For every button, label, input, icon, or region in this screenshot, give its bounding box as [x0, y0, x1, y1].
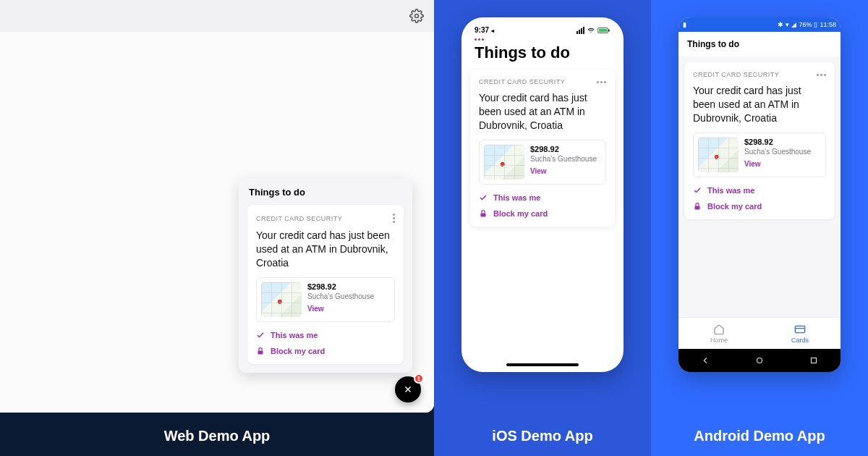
transaction-row: $298.92 Sucha's Guesthouse View	[693, 132, 826, 177]
block-label: Block my card	[707, 202, 762, 211]
recent-icon[interactable]	[809, 355, 819, 366]
tab-cards-label: Cards	[791, 337, 809, 344]
security-alert-card: CREDIT CARD SECURITY Your credit card ha…	[470, 69, 615, 227]
android-status-bar: ▮ ✱ ▾ ◢ 76% ▯ 11:58	[678, 17, 841, 32]
things-to-do-panel: Things to do CREDIT CARD SECURITY Your c…	[239, 178, 412, 373]
block-label: Block my card	[271, 347, 325, 355]
web-column: Things to do CREDIT CARD SECURITY Your c…	[0, 0, 434, 456]
android-column: ▮ ✱ ▾ ◢ 76% ▯ 11:58 Things to do CREDIT …	[651, 0, 868, 456]
battery-pct: 76%	[799, 21, 812, 28]
svg-rect-1	[258, 351, 263, 355]
ios-column: 9:37 ◂ Things to do CREDIT CARD SECURITY…	[434, 0, 651, 456]
confirm-label: This was me	[271, 331, 318, 339]
web-browser-window: Things to do CREDIT CARD SECURITY Your c…	[0, 0, 434, 413]
android-bottom-nav: Home Cards	[678, 317, 841, 349]
transaction-row: $298.92 Sucha's Guesthouse View	[479, 140, 606, 185]
wifi-icon	[587, 27, 595, 34]
lock-icon	[479, 209, 488, 218]
android-frame: ▮ ✱ ▾ ◢ 76% ▯ 11:58 Things to do CREDIT …	[678, 17, 841, 372]
svg-rect-6	[608, 29, 609, 31]
alert-headline: Your credit card has just been used at a…	[479, 91, 606, 132]
signal-icon: ◢	[791, 21, 796, 28]
chat-fab[interactable]: 1	[395, 376, 421, 402]
transaction-row: $298.92 Sucha's Guesthouse View	[256, 277, 395, 322]
more-icon[interactable]	[597, 81, 606, 83]
check-icon	[256, 331, 265, 339]
check-icon	[693, 186, 702, 195]
security-alert-card: CREDIT CARD SECURITY Your credit card ha…	[247, 205, 404, 364]
svg-rect-8	[695, 206, 700, 209]
wifi-icon: ▾	[786, 21, 789, 28]
card-kicker: CREDIT CARD SECURITY	[693, 71, 779, 78]
alert-headline: Your credit card has just been used at a…	[256, 229, 395, 270]
ios-page-title: Things to do	[469, 41, 616, 69]
confirm-action[interactable]: This was me	[256, 331, 395, 339]
web-topbar	[0, 0, 434, 32]
transaction-amount: $298.92	[307, 282, 374, 291]
alert-headline: Your credit card has just been used at a…	[693, 84, 826, 125]
confirm-action[interactable]: This was me	[479, 193, 606, 202]
android-nav-bar	[678, 349, 841, 372]
confirm-action[interactable]: This was me	[693, 186, 826, 195]
block-action[interactable]: Block my card	[693, 202, 826, 211]
back-icon[interactable]	[700, 355, 710, 366]
lock-icon	[693, 202, 702, 211]
map-thumbnail	[698, 138, 739, 172]
block-action[interactable]: Block my card	[256, 347, 395, 355]
home-indicator[interactable]	[506, 363, 579, 366]
svg-rect-12	[811, 358, 816, 363]
notification-icon: ▮	[683, 21, 686, 28]
iphone-frame: 9:37 ◂ Things to do CREDIT CARD SECURITY…	[461, 17, 624, 372]
home-icon	[713, 324, 725, 335]
android-time: 11:58	[820, 21, 836, 28]
card-kicker: CREDIT CARD SECURITY	[256, 215, 342, 222]
transaction-merchant: Sucha's Guesthouse	[744, 148, 811, 156]
fab-badge: 1	[414, 373, 424, 384]
view-link[interactable]: View	[744, 160, 811, 168]
android-caption: Android Demo App	[651, 428, 868, 444]
transaction-merchant: Sucha's Guesthouse	[307, 292, 374, 300]
svg-point-11	[757, 358, 762, 363]
svg-rect-9	[795, 326, 804, 332]
tab-cards[interactable]: Cards	[760, 318, 841, 349]
signal-icon	[576, 27, 584, 34]
web-body: Things to do CREDIT CARD SECURITY Your c…	[0, 32, 434, 413]
ios-time: 9:37 ◂	[475, 26, 494, 34]
lock-icon	[256, 347, 265, 355]
check-icon	[479, 193, 488, 202]
map-thumbnail	[261, 282, 302, 317]
view-link[interactable]: View	[307, 305, 374, 313]
transaction-amount: $298.92	[530, 145, 597, 153]
transaction-amount: $298.92	[744, 138, 811, 146]
web-caption: Web Demo App	[0, 428, 434, 444]
more-icon[interactable]	[393, 214, 395, 223]
svg-rect-7	[481, 213, 486, 216]
block-action[interactable]: Block my card	[479, 209, 606, 218]
gear-icon[interactable]	[409, 9, 424, 23]
security-alert-card: CREDIT CARD SECURITY Your credit card ha…	[684, 62, 835, 219]
panel-title: Things to do	[247, 187, 404, 198]
bluetooth-icon: ✱	[778, 21, 783, 28]
tab-home-label: Home	[710, 337, 728, 344]
battery-icon	[597, 27, 610, 34]
tab-home[interactable]: Home	[678, 318, 760, 349]
battery-icon: ▯	[814, 21, 817, 28]
android-page-title: Things to do	[678, 32, 841, 56]
block-label: Block my card	[493, 209, 548, 218]
home-nav-icon[interactable]	[754, 355, 765, 366]
ios-caption: iOS Demo App	[434, 428, 651, 444]
card-kicker: CREDIT CARD SECURITY	[479, 78, 565, 85]
confirm-label: This was me	[707, 186, 754, 195]
view-link[interactable]: View	[530, 167, 597, 175]
confirm-label: This was me	[493, 193, 540, 202]
card-icon	[794, 324, 806, 335]
close-icon	[403, 384, 413, 394]
transaction-merchant: Sucha's Guesthouse	[530, 155, 597, 163]
svg-point-0	[415, 14, 419, 18]
map-thumbnail	[484, 145, 524, 180]
more-icon[interactable]	[817, 74, 826, 76]
ios-status-bar: 9:37 ◂	[469, 25, 616, 38]
svg-rect-5	[599, 28, 607, 31]
